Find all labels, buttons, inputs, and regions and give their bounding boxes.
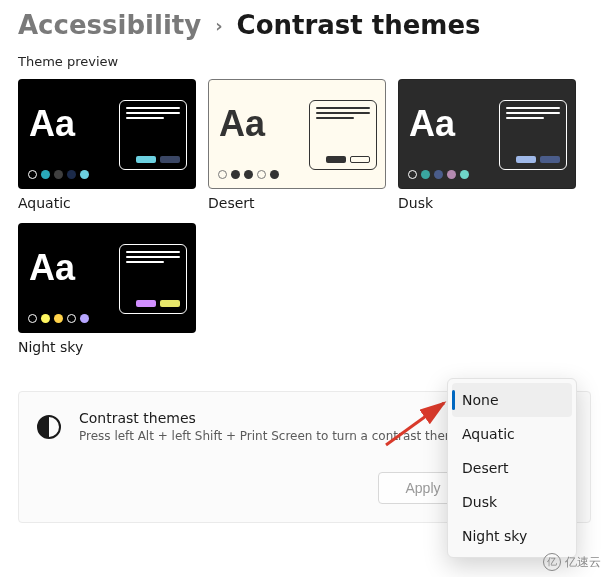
theme-card-desert: Aa Desert: [208, 79, 386, 211]
theme-name-label: Night sky: [18, 339, 196, 355]
theme-card-aquatic: Aa Aquatic: [18, 79, 196, 211]
theme-card-dusk: Aa Dusk: [398, 79, 576, 211]
sample-text-icon: Aa: [29, 106, 75, 142]
theme-preview-desert[interactable]: Aa: [208, 79, 386, 189]
theme-name-label: Dusk: [398, 195, 576, 211]
contrast-icon: [37, 415, 61, 439]
theme-card-nightsky: Aa Night sky: [18, 223, 196, 355]
themes-grid: Aa Aquatic Aa: [0, 69, 609, 355]
theme-preview-aquatic[interactable]: Aa: [18, 79, 196, 189]
window-preview-icon: [119, 244, 187, 314]
dropdown-item-aquatic[interactable]: Aquatic: [452, 417, 572, 451]
dropdown-item-none[interactable]: None: [452, 383, 572, 417]
section-label-theme-preview: Theme preview: [0, 40, 609, 69]
theme-name-label: Desert: [208, 195, 386, 211]
chevron-right-icon: ›: [215, 15, 222, 36]
watermark-logo-icon: 亿: [543, 553, 561, 571]
window-preview-icon: [309, 100, 377, 170]
theme-preview-dusk[interactable]: Aa: [398, 79, 576, 189]
page-title: Contrast themes: [237, 10, 481, 40]
sample-text-icon: Aa: [219, 106, 265, 142]
theme-select-dropdown: None Aquatic Desert Dusk Night sky: [447, 378, 577, 558]
palette-dots: [408, 170, 469, 179]
watermark-text: 亿速云: [565, 554, 601, 571]
sample-text-icon: Aa: [29, 250, 75, 286]
sample-text-icon: Aa: [409, 106, 455, 142]
theme-preview-nightsky[interactable]: Aa: [18, 223, 196, 333]
palette-dots: [28, 170, 89, 179]
window-preview-icon: [119, 100, 187, 170]
dropdown-item-desert[interactable]: Desert: [452, 451, 572, 485]
dropdown-item-dusk[interactable]: Dusk: [452, 485, 572, 519]
theme-name-label: Aquatic: [18, 195, 196, 211]
palette-dots: [28, 314, 89, 323]
dropdown-item-nightsky[interactable]: Night sky: [452, 519, 572, 553]
watermark: 亿 亿速云: [543, 553, 601, 571]
breadcrumb: Accessibility › Contrast themes: [0, 0, 609, 40]
breadcrumb-parent[interactable]: Accessibility: [18, 10, 201, 40]
window-preview-icon: [499, 100, 567, 170]
palette-dots: [218, 170, 279, 179]
